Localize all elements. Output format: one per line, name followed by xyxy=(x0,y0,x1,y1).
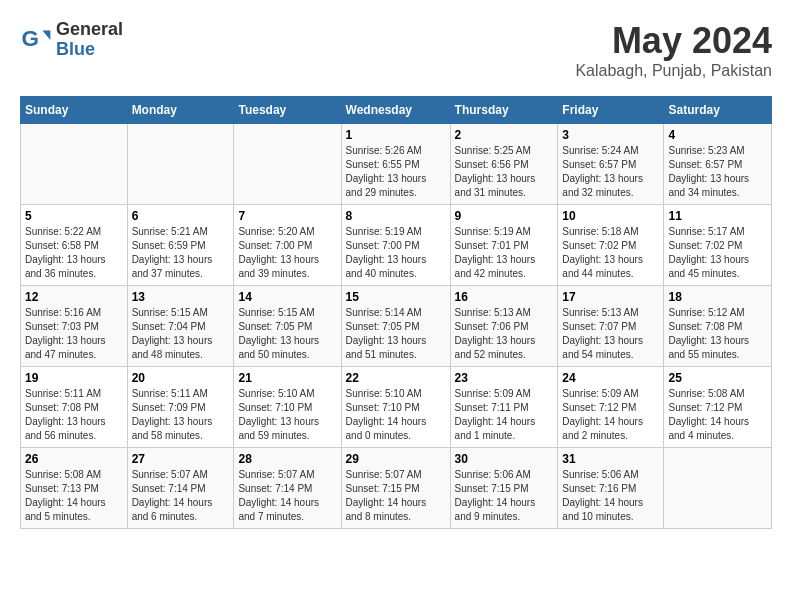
day-number: 30 xyxy=(455,452,554,466)
day-info: Sunrise: 5:08 AM Sunset: 7:13 PM Dayligh… xyxy=(25,468,123,524)
day-info: Sunrise: 5:11 AM Sunset: 7:08 PM Dayligh… xyxy=(25,387,123,443)
day-number: 8 xyxy=(346,209,446,223)
day-info: Sunrise: 5:18 AM Sunset: 7:02 PM Dayligh… xyxy=(562,225,659,281)
day-number: 13 xyxy=(132,290,230,304)
logo-general-text: General xyxy=(56,20,123,40)
calendar-cell: 29Sunrise: 5:07 AM Sunset: 7:15 PM Dayli… xyxy=(341,448,450,529)
calendar-cell: 17Sunrise: 5:13 AM Sunset: 7:07 PM Dayli… xyxy=(558,286,664,367)
calendar-cell: 21Sunrise: 5:10 AM Sunset: 7:10 PM Dayli… xyxy=(234,367,341,448)
day-number: 7 xyxy=(238,209,336,223)
calendar-cell: 7Sunrise: 5:20 AM Sunset: 7:00 PM Daylig… xyxy=(234,205,341,286)
week-row-4: 19Sunrise: 5:11 AM Sunset: 7:08 PM Dayli… xyxy=(21,367,772,448)
calendar-cell: 28Sunrise: 5:07 AM Sunset: 7:14 PM Dayli… xyxy=(234,448,341,529)
calendar-cell: 5Sunrise: 5:22 AM Sunset: 6:58 PM Daylig… xyxy=(21,205,128,286)
title-block: May 2024 Kalabagh, Punjab, Pakistan xyxy=(575,20,772,80)
day-number: 3 xyxy=(562,128,659,142)
calendar-cell: 4Sunrise: 5:23 AM Sunset: 6:57 PM Daylig… xyxy=(664,124,772,205)
calendar-cell: 14Sunrise: 5:15 AM Sunset: 7:05 PM Dayli… xyxy=(234,286,341,367)
day-header-monday: Monday xyxy=(127,97,234,124)
day-info: Sunrise: 5:08 AM Sunset: 7:12 PM Dayligh… xyxy=(668,387,767,443)
day-number: 6 xyxy=(132,209,230,223)
calendar-cell: 31Sunrise: 5:06 AM Sunset: 7:16 PM Dayli… xyxy=(558,448,664,529)
calendar-cell: 10Sunrise: 5:18 AM Sunset: 7:02 PM Dayli… xyxy=(558,205,664,286)
day-number: 16 xyxy=(455,290,554,304)
calendar-cell xyxy=(234,124,341,205)
day-number: 28 xyxy=(238,452,336,466)
day-info: Sunrise: 5:23 AM Sunset: 6:57 PM Dayligh… xyxy=(668,144,767,200)
day-info: Sunrise: 5:19 AM Sunset: 7:01 PM Dayligh… xyxy=(455,225,554,281)
day-info: Sunrise: 5:22 AM Sunset: 6:58 PM Dayligh… xyxy=(25,225,123,281)
calendar-cell xyxy=(21,124,128,205)
day-number: 5 xyxy=(25,209,123,223)
day-number: 18 xyxy=(668,290,767,304)
week-row-1: 1Sunrise: 5:26 AM Sunset: 6:55 PM Daylig… xyxy=(21,124,772,205)
calendar-cell: 16Sunrise: 5:13 AM Sunset: 7:06 PM Dayli… xyxy=(450,286,558,367)
day-number: 9 xyxy=(455,209,554,223)
day-number: 4 xyxy=(668,128,767,142)
calendar-cell: 25Sunrise: 5:08 AM Sunset: 7:12 PM Dayli… xyxy=(664,367,772,448)
day-header-tuesday: Tuesday xyxy=(234,97,341,124)
logo: G General Blue xyxy=(20,20,123,60)
calendar-body: 1Sunrise: 5:26 AM Sunset: 6:55 PM Daylig… xyxy=(21,124,772,529)
calendar-cell: 1Sunrise: 5:26 AM Sunset: 6:55 PM Daylig… xyxy=(341,124,450,205)
day-number: 31 xyxy=(562,452,659,466)
calendar-cell: 19Sunrise: 5:11 AM Sunset: 7:08 PM Dayli… xyxy=(21,367,128,448)
calendar-header-row: SundayMondayTuesdayWednesdayThursdayFrid… xyxy=(21,97,772,124)
day-info: Sunrise: 5:15 AM Sunset: 7:04 PM Dayligh… xyxy=(132,306,230,362)
calendar-cell: 18Sunrise: 5:12 AM Sunset: 7:08 PM Dayli… xyxy=(664,286,772,367)
calendar-cell: 3Sunrise: 5:24 AM Sunset: 6:57 PM Daylig… xyxy=(558,124,664,205)
day-number: 22 xyxy=(346,371,446,385)
day-info: Sunrise: 5:25 AM Sunset: 6:56 PM Dayligh… xyxy=(455,144,554,200)
day-header-sunday: Sunday xyxy=(21,97,128,124)
day-number: 29 xyxy=(346,452,446,466)
day-info: Sunrise: 5:26 AM Sunset: 6:55 PM Dayligh… xyxy=(346,144,446,200)
day-header-thursday: Thursday xyxy=(450,97,558,124)
day-info: Sunrise: 5:15 AM Sunset: 7:05 PM Dayligh… xyxy=(238,306,336,362)
page-header: G General Blue May 2024 Kalabagh, Punjab… xyxy=(20,20,772,80)
calendar-cell: 8Sunrise: 5:19 AM Sunset: 7:00 PM Daylig… xyxy=(341,205,450,286)
subtitle: Kalabagh, Punjab, Pakistan xyxy=(575,62,772,80)
day-info: Sunrise: 5:10 AM Sunset: 7:10 PM Dayligh… xyxy=(238,387,336,443)
calendar-cell: 30Sunrise: 5:06 AM Sunset: 7:15 PM Dayli… xyxy=(450,448,558,529)
calendar-cell: 27Sunrise: 5:07 AM Sunset: 7:14 PM Dayli… xyxy=(127,448,234,529)
day-number: 11 xyxy=(668,209,767,223)
calendar-cell: 6Sunrise: 5:21 AM Sunset: 6:59 PM Daylig… xyxy=(127,205,234,286)
calendar-cell: 12Sunrise: 5:16 AM Sunset: 7:03 PM Dayli… xyxy=(21,286,128,367)
day-header-saturday: Saturday xyxy=(664,97,772,124)
week-row-3: 12Sunrise: 5:16 AM Sunset: 7:03 PM Dayli… xyxy=(21,286,772,367)
day-info: Sunrise: 5:19 AM Sunset: 7:00 PM Dayligh… xyxy=(346,225,446,281)
day-info: Sunrise: 5:20 AM Sunset: 7:00 PM Dayligh… xyxy=(238,225,336,281)
day-info: Sunrise: 5:24 AM Sunset: 6:57 PM Dayligh… xyxy=(562,144,659,200)
day-number: 10 xyxy=(562,209,659,223)
calendar-cell: 15Sunrise: 5:14 AM Sunset: 7:05 PM Dayli… xyxy=(341,286,450,367)
main-title: May 2024 xyxy=(575,20,772,62)
day-number: 14 xyxy=(238,290,336,304)
day-info: Sunrise: 5:13 AM Sunset: 7:07 PM Dayligh… xyxy=(562,306,659,362)
calendar-cell: 24Sunrise: 5:09 AM Sunset: 7:12 PM Dayli… xyxy=(558,367,664,448)
svg-text:G: G xyxy=(22,26,39,51)
day-number: 19 xyxy=(25,371,123,385)
day-header-friday: Friday xyxy=(558,97,664,124)
calendar-cell: 22Sunrise: 5:10 AM Sunset: 7:10 PM Dayli… xyxy=(341,367,450,448)
week-row-5: 26Sunrise: 5:08 AM Sunset: 7:13 PM Dayli… xyxy=(21,448,772,529)
day-info: Sunrise: 5:07 AM Sunset: 7:14 PM Dayligh… xyxy=(238,468,336,524)
day-number: 1 xyxy=(346,128,446,142)
logo-icon: G xyxy=(20,24,52,56)
day-number: 24 xyxy=(562,371,659,385)
day-info: Sunrise: 5:21 AM Sunset: 6:59 PM Dayligh… xyxy=(132,225,230,281)
day-number: 21 xyxy=(238,371,336,385)
calendar-cell: 26Sunrise: 5:08 AM Sunset: 7:13 PM Dayli… xyxy=(21,448,128,529)
day-number: 12 xyxy=(25,290,123,304)
svg-marker-1 xyxy=(42,30,50,40)
day-info: Sunrise: 5:12 AM Sunset: 7:08 PM Dayligh… xyxy=(668,306,767,362)
day-number: 26 xyxy=(25,452,123,466)
calendar-cell xyxy=(127,124,234,205)
day-info: Sunrise: 5:06 AM Sunset: 7:15 PM Dayligh… xyxy=(455,468,554,524)
day-info: Sunrise: 5:06 AM Sunset: 7:16 PM Dayligh… xyxy=(562,468,659,524)
day-info: Sunrise: 5:07 AM Sunset: 7:14 PM Dayligh… xyxy=(132,468,230,524)
day-info: Sunrise: 5:09 AM Sunset: 7:11 PM Dayligh… xyxy=(455,387,554,443)
calendar-cell: 23Sunrise: 5:09 AM Sunset: 7:11 PM Dayli… xyxy=(450,367,558,448)
calendar-cell: 11Sunrise: 5:17 AM Sunset: 7:02 PM Dayli… xyxy=(664,205,772,286)
day-info: Sunrise: 5:13 AM Sunset: 7:06 PM Dayligh… xyxy=(455,306,554,362)
calendar-cell: 2Sunrise: 5:25 AM Sunset: 6:56 PM Daylig… xyxy=(450,124,558,205)
